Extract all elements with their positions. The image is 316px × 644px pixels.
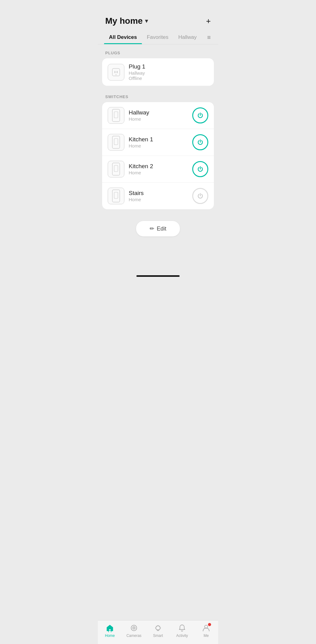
- plugs-card: Plug 1 Hallway Offline: [102, 58, 214, 86]
- switches-section-label: SWITCHES: [98, 88, 218, 102]
- switch-kitchen2-icon-box: [108, 161, 124, 177]
- power-icon: [197, 112, 204, 119]
- svg-rect-11: [114, 192, 118, 198]
- switch-kitchen1-power-button[interactable]: [192, 134, 208, 150]
- plug-1-name: Plug 1: [129, 63, 208, 70]
- svg-point-3: [116, 74, 117, 75]
- home-title[interactable]: My home ▾: [105, 16, 148, 26]
- switch-icon: [111, 135, 121, 149]
- switch-kitchen1-location: Home: [129, 143, 188, 148]
- svg-rect-1: [114, 71, 115, 73]
- home-title-text: My home: [105, 16, 143, 26]
- svg-rect-7: [114, 139, 118, 145]
- switch-stairs-info: Stairs Home: [129, 190, 188, 202]
- switches-card: Hallway Home Kitchen 1 Home: [102, 102, 214, 209]
- switch-stairs-item[interactable]: Stairs Home: [102, 183, 214, 209]
- power-icon: [197, 192, 204, 200]
- switch-stairs-name: Stairs: [129, 190, 188, 197]
- switch-kitchen2-name: Kitchen 2: [129, 163, 188, 170]
- tab-hallway[interactable]: Hallway: [173, 31, 202, 44]
- switch-kitchen1-icon-box: [108, 134, 124, 151]
- power-icon: [197, 165, 204, 173]
- tabs-bar: All Devices Favorites Hallway ≡: [98, 31, 218, 44]
- tab-all-devices[interactable]: All Devices: [104, 31, 142, 44]
- svg-rect-9: [114, 165, 118, 172]
- switch-kitchen2-info: Kitchen 2 Home: [129, 163, 188, 175]
- chevron-down-icon[interactable]: ▾: [145, 18, 148, 24]
- svg-rect-8: [112, 163, 120, 175]
- svg-rect-5: [114, 112, 118, 118]
- plug-1-item[interactable]: Plug 1 Hallway Offline: [102, 58, 214, 86]
- switch-hallway-location: Home: [129, 116, 188, 122]
- plug-1-info: Plug 1 Hallway Offline: [129, 63, 208, 81]
- switch-stairs-location: Home: [129, 197, 188, 202]
- add-device-button[interactable]: +: [206, 16, 211, 26]
- switch-hallway-power-button[interactable]: [192, 107, 208, 123]
- edit-btn-wrap: ✏ Edit: [98, 212, 218, 243]
- edit-pencil-icon: ✏: [150, 225, 154, 232]
- switch-stairs-power-button[interactable]: [192, 188, 208, 204]
- svg-rect-6: [112, 136, 120, 148]
- switch-hallway-icon-box: [108, 107, 124, 124]
- switch-kitchen1-info: Kitchen 1 Home: [129, 136, 188, 148]
- power-icon: [197, 139, 204, 146]
- plug-1-location: Hallway: [129, 70, 208, 76]
- edit-label: Edit: [157, 226, 166, 232]
- plug-icon-box: [108, 64, 124, 81]
- switch-stairs-icon-box: [108, 188, 124, 204]
- switch-icon: [111, 162, 121, 176]
- switch-kitchen2-item[interactable]: Kitchen 2 Home: [102, 156, 214, 183]
- svg-rect-2: [117, 71, 118, 73]
- switch-kitchen1-name: Kitchen 1: [129, 136, 188, 143]
- switch-icon: [111, 109, 121, 122]
- home-indicator: [136, 275, 180, 277]
- switch-kitchen2-power-button[interactable]: [192, 161, 208, 177]
- tab-favorites[interactable]: Favorites: [142, 31, 173, 44]
- plugs-section-label: PLUGS: [98, 44, 218, 58]
- plug-icon: [110, 67, 122, 78]
- switch-kitchen1-item[interactable]: Kitchen 1 Home: [102, 129, 214, 156]
- switch-hallway-name: Hallway: [129, 109, 188, 116]
- edit-button[interactable]: ✏ Edit: [136, 221, 180, 236]
- switch-hallway-item[interactable]: Hallway Home: [102, 102, 214, 129]
- switch-icon: [111, 189, 121, 203]
- app-header: My home ▾ +: [98, 0, 218, 31]
- svg-rect-10: [112, 190, 120, 202]
- svg-rect-4: [112, 109, 120, 122]
- tabs-menu-icon[interactable]: ≡: [206, 31, 212, 44]
- plug-1-status: Offline: [129, 76, 208, 81]
- switch-hallway-info: Hallway Home: [129, 109, 188, 122]
- switch-kitchen2-location: Home: [129, 170, 188, 175]
